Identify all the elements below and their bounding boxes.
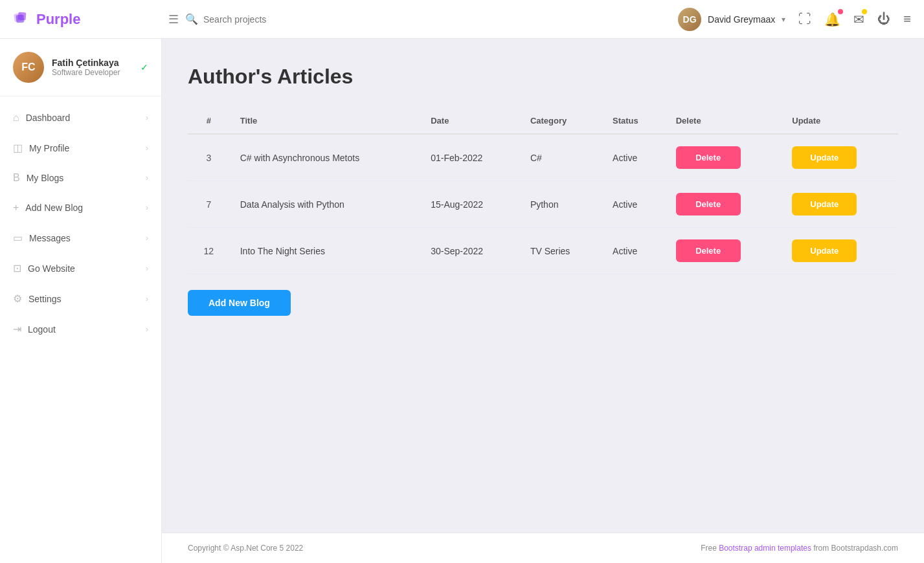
th-title: Title — [230, 108, 420, 134]
footer: Copyright © Asp.Net Core 5 2022 Free Boo… — [162, 533, 924, 563]
user-avatar: DG — [678, 8, 701, 31]
notification-badge — [838, 9, 843, 14]
delete-button[interactable]: Delete — [676, 239, 741, 262]
th-delete: Delete — [666, 108, 782, 134]
sidebar-item-go-website[interactable]: ⊡ Go Website › — [0, 253, 161, 283]
messages-button[interactable]: ✉ — [853, 12, 864, 27]
row-delete-cell: Delete — [666, 134, 782, 181]
th-update: Update — [782, 108, 898, 134]
sidebar-profile: FC Fatih Çetinkaya Software Developer ✓ — [0, 39, 161, 96]
page-title: Author's Articles — [188, 65, 898, 89]
row-delete-cell: Delete — [666, 181, 782, 228]
delete-button[interactable]: Delete — [676, 193, 741, 215]
row-date: 15-Aug-2022 — [420, 181, 520, 228]
row-category: Python — [520, 181, 602, 228]
row-title: C# with Asynchronous Metots — [230, 134, 420, 181]
table-row: 7 Data Analysis with Python 15-Aug-2022 … — [188, 181, 898, 228]
verified-icon: ✓ — [141, 62, 148, 72]
row-id: 7 — [188, 181, 230, 228]
topnav-right: DG David Greymaax ▾ ⛶ 🔔 ✉ ⏻ ≡ — [678, 8, 911, 31]
row-delete-cell: Delete — [666, 228, 782, 274]
row-category: TV Series — [520, 228, 602, 274]
footer-suffix: from Bootstrapdash.com — [811, 544, 898, 553]
search-icon: 🔍 — [185, 13, 198, 25]
table-row: 3 C# with Asynchronous Metots 01-Feb-202… — [188, 134, 898, 181]
sidebar-item-settings[interactable]: ⚙ Settings › — [0, 283, 161, 314]
message-badge — [862, 9, 867, 14]
footer-copyright: Copyright © Asp.Net Core 5 2022 — [188, 544, 303, 553]
th-status: Status — [602, 108, 666, 134]
th-category: Category — [520, 108, 602, 134]
articles-table: #TitleDateCategoryStatusDeleteUpdate 3 C… — [188, 108, 898, 274]
nav-label: Dashboard — [26, 113, 71, 123]
nav-arrow-icon: › — [146, 113, 148, 122]
table-row: 12 Into The Night Series 30-Sep-2022 TV … — [188, 228, 898, 274]
nav-label: Logout — [28, 324, 56, 335]
update-button[interactable]: Update — [792, 239, 857, 262]
sidebar-item-my-blogs[interactable]: B My Blogs › — [0, 163, 161, 193]
row-date: 01-Feb-2022 — [420, 134, 520, 181]
th-date: Date — [420, 108, 520, 134]
list-icon[interactable]: ≡ — [903, 12, 911, 27]
update-button[interactable]: Update — [792, 193, 857, 215]
content-area: Author's Articles #TitleDateCategoryStat… — [162, 39, 924, 533]
update-button[interactable]: Update — [792, 146, 857, 169]
sidebar: FC Fatih Çetinkaya Software Developer ✓ … — [0, 39, 162, 563]
power-button[interactable]: ⏻ — [877, 12, 890, 27]
notifications-button[interactable]: 🔔 — [824, 12, 840, 27]
logo: Purple — [13, 8, 168, 30]
table-body: 3 C# with Asynchronous Metots 01-Feb-202… — [188, 134, 898, 274]
footer-right: Free Bootstrap admin templates from Boot… — [701, 544, 898, 553]
nav-icon: ⇥ — [13, 323, 21, 335]
svg-rect-2 — [16, 14, 24, 23]
sidebar-item-messages[interactable]: ▭ Messages › — [0, 223, 161, 253]
nav-icon: ▭ — [13, 232, 23, 244]
nav-arrow-icon: › — [146, 234, 148, 243]
nav-icon: ⚙ — [13, 293, 22, 305]
sidebar-item-dashboard[interactable]: ⌂ Dashboard › — [0, 103, 161, 133]
nav-icon: ⌂ — [13, 112, 19, 124]
profile-info: Fatih Çetinkaya Software Developer — [52, 58, 133, 77]
user-menu[interactable]: DG David Greymaax ▾ — [678, 8, 785, 31]
sidebar-item-my-profile[interactable]: ◫ My Profile › — [0, 133, 161, 163]
row-update-cell: Update — [782, 134, 898, 181]
search-bar: 🔍 — [185, 13, 444, 25]
row-status: Active — [602, 228, 666, 274]
th-#: # — [188, 108, 230, 134]
nav-label: Settings — [28, 294, 62, 304]
search-input[interactable] — [203, 14, 444, 25]
profile-avatar: FC — [13, 52, 44, 83]
dropdown-arrow-icon: ▾ — [782, 15, 785, 24]
user-name: David Greymaax — [708, 14, 775, 25]
delete-button[interactable]: Delete — [676, 146, 741, 169]
nav-arrow-icon: › — [146, 144, 148, 153]
table-header: #TitleDateCategoryStatusDeleteUpdate — [188, 108, 898, 134]
nav-label: Go Website — [28, 263, 75, 274]
footer-free-prefix: Free — [701, 544, 719, 553]
footer-link[interactable]: Bootstrap admin templates — [719, 544, 811, 553]
nav-arrow-icon: › — [146, 264, 148, 273]
nav-label: My Blogs — [27, 173, 64, 183]
sidebar-item-logout[interactable]: ⇥ Logout › — [0, 314, 161, 344]
nav-label: My Profile — [29, 143, 69, 153]
fullscreen-button[interactable]: ⛶ — [798, 12, 811, 27]
sidebar-item-add-new-blog[interactable]: + Add New Blog › — [0, 193, 161, 223]
profile-role: Software Developer — [52, 68, 133, 77]
main-content: Author's Articles #TitleDateCategoryStat… — [162, 39, 924, 563]
logo-icon — [13, 8, 31, 30]
row-date: 30-Sep-2022 — [420, 228, 520, 274]
topnav: Purple ☰ 🔍 DG David Greymaax ▾ ⛶ 🔔 ✉ ⏻ ≡ — [0, 0, 924, 39]
row-id: 12 — [188, 228, 230, 274]
nav-label: Messages — [29, 233, 71, 243]
hamburger-icon[interactable]: ☰ — [168, 12, 179, 27]
row-update-cell: Update — [782, 228, 898, 274]
profile-name: Fatih Çetinkaya — [52, 58, 133, 68]
nav-arrow-icon: › — [146, 325, 148, 334]
logo-text: Purple — [36, 11, 80, 28]
nav-icon: + — [13, 202, 19, 214]
layout: FC Fatih Çetinkaya Software Developer ✓ … — [0, 39, 924, 563]
add-new-blog-button[interactable]: Add New Blog — [188, 290, 291, 316]
nav-icon: ◫ — [13, 142, 23, 154]
row-id: 3 — [188, 134, 230, 181]
row-category: C# — [520, 134, 602, 181]
